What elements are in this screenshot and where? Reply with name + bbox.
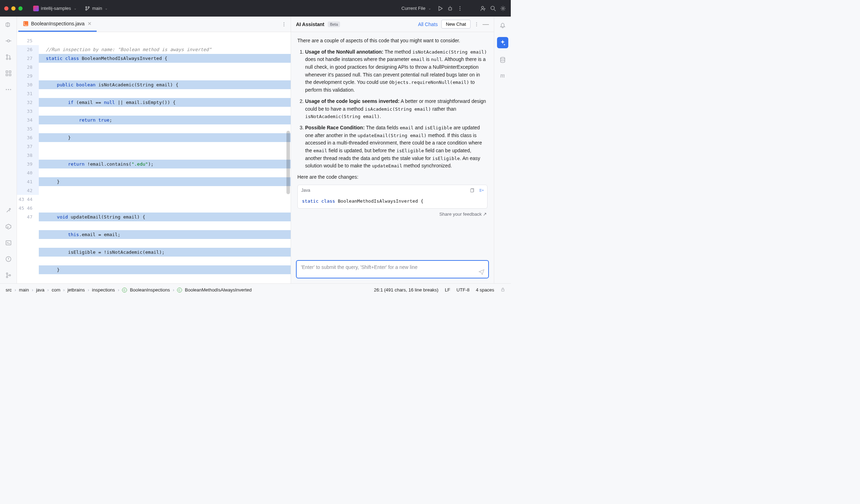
crumb[interactable]: com (52, 287, 60, 293)
crumb[interactable]: inspections (92, 287, 115, 293)
branch-selector[interactable]: main ⌄ (82, 4, 110, 12)
crumb[interactable]: jetbrains (67, 287, 85, 293)
line-separator[interactable]: LF (445, 287, 450, 293)
crumb[interactable]: BooleanInspections (130, 287, 170, 293)
run-button[interactable] (437, 5, 444, 12)
svg-point-6 (460, 10, 461, 11)
line-num: 44 (27, 197, 32, 202)
code-with-me-icon[interactable] (480, 5, 487, 12)
project-selector[interactable]: intellij-samples ⌄ (30, 4, 79, 13)
editor-scrollbar[interactable] (286, 131, 290, 194)
crumb[interactable]: src (6, 287, 12, 293)
terminal-tool-icon[interactable] (5, 239, 12, 247)
editor-tab[interactable]: BooleanInspections.java ✕ (18, 17, 97, 32)
pull-requests-icon[interactable] (5, 53, 12, 61)
close-tab-icon[interactable]: ✕ (87, 21, 92, 26)
more-tool-icon[interactable] (5, 86, 12, 93)
ai-panel-title: AI Assistant (296, 21, 324, 27)
snippet-lang: Java (301, 187, 310, 194)
indent-setting[interactable]: 4 spaces (476, 287, 494, 293)
line-num: 43 (19, 197, 24, 202)
svg-point-1 (86, 9, 87, 10)
tab-options-icon[interactable] (281, 22, 286, 27)
minimize-panel-icon[interactable]: — (483, 20, 489, 28)
send-icon[interactable] (478, 269, 485, 275)
ai-prompt-input[interactable] (301, 264, 474, 270)
svg-point-24 (6, 276, 8, 278)
java-file-icon (23, 21, 28, 26)
line-num: 42 (17, 186, 39, 195)
insert-snippet-icon[interactable] (479, 188, 484, 193)
build-tool-icon[interactable] (5, 207, 12, 214)
svg-point-28 (284, 25, 284, 26)
branch-name: main (92, 6, 102, 11)
class-icon: C (122, 288, 127, 293)
status-bar: src› main› java› com› jetbrains› inspect… (0, 283, 511, 296)
svg-point-3 (449, 7, 452, 10)
svg-point-23 (6, 273, 8, 274)
debug-button[interactable] (447, 5, 454, 12)
services-tool-icon[interactable] (5, 223, 12, 231)
ai-point-3: Possible Race Condition: The data fields… (305, 124, 487, 170)
ai-code-snippet: Java static class BooleanMethodIsAlwaysI… (297, 185, 487, 209)
editor-tabs: BooleanInspections.java ✕ (17, 17, 291, 32)
code-editor[interactable]: 25 26 27 28 29 30 31 32 33 34 35 36 37 3… (17, 32, 291, 283)
project-tool-icon[interactable] (5, 21, 12, 29)
line-num: 31 (17, 89, 39, 98)
line-num: 47 (27, 214, 32, 220)
ai-assistant-tool-icon[interactable] (497, 37, 508, 48)
chevron-down-icon: ⌄ (428, 6, 431, 10)
app-icon (33, 6, 39, 11)
maven-tool-icon[interactable]: m (499, 72, 507, 79)
line-num: 33 (17, 107, 39, 116)
line-num: 37 (17, 142, 39, 151)
svg-point-13 (9, 58, 11, 60)
crumb[interactable]: BooleanMethodIsAlwaysInverted (185, 287, 252, 293)
line-num: 39 (17, 160, 39, 168)
ai-assistant-panel: AI Assistant Beta All Chats New Chat — T… (291, 17, 494, 283)
new-chat-button[interactable]: New Chat (441, 20, 471, 29)
ai-changes-label: Here are the code changes: (297, 173, 487, 181)
feedback-link[interactable]: Share your feedback ↗ (297, 209, 487, 218)
tab-filename: BooleanInspections.java (31, 21, 85, 26)
svg-point-8 (491, 6, 495, 10)
svg-point-29 (476, 22, 477, 23)
svg-point-11 (6, 55, 8, 56)
maximize-window-button[interactable] (18, 6, 23, 11)
line-num: 29 (17, 72, 39, 80)
search-icon[interactable] (490, 5, 497, 12)
line-num: 32 (17, 98, 39, 107)
notifications-icon[interactable] (499, 21, 507, 29)
settings-icon[interactable] (499, 5, 507, 12)
file-encoding[interactable]: UTF-8 (456, 287, 470, 293)
run-config-selector[interactable]: Current File ⌄ (399, 4, 434, 12)
minimize-window-button[interactable] (11, 6, 16, 11)
svg-point-7 (482, 6, 484, 8)
svg-point-10 (7, 40, 10, 42)
svg-point-27 (284, 24, 284, 24)
git-tool-icon[interactable] (5, 271, 12, 279)
close-window-button[interactable] (4, 6, 8, 11)
structure-tool-icon[interactable] (5, 69, 12, 77)
problems-tool-icon[interactable] (5, 255, 12, 263)
line-num: 38 (17, 151, 39, 160)
database-tool-icon[interactable] (499, 56, 507, 64)
panel-options-icon[interactable] (474, 22, 479, 27)
all-chats-link[interactable]: All Chats (418, 21, 438, 27)
commit-tool-icon[interactable] (5, 37, 12, 45)
crumb[interactable]: main (19, 287, 29, 293)
ai-input-box[interactable] (296, 260, 489, 278)
readonly-toggle-icon[interactable] (501, 287, 505, 293)
run-config-label: Current File (401, 6, 425, 11)
svg-rect-17 (9, 74, 11, 76)
line-num: 26 (17, 45, 39, 54)
crumb[interactable]: java (36, 287, 44, 293)
caret-position[interactable]: 26:1 (491 chars, 16 line breaks) (374, 287, 438, 293)
copy-snippet-icon[interactable] (470, 188, 474, 193)
chevron-down-icon: ⌄ (74, 6, 77, 10)
code-content[interactable]: //Run inspection by name: "Boolean metho… (39, 32, 291, 283)
breadcrumbs[interactable]: src› main› java› com› jetbrains› inspect… (6, 287, 252, 293)
branch-icon (85, 6, 90, 11)
svg-rect-34 (502, 289, 504, 291)
more-actions-button[interactable] (456, 5, 464, 12)
